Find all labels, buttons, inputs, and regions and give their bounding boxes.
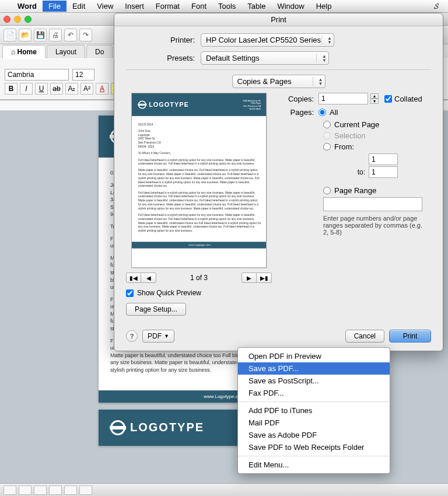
radio-current-page[interactable]: Current Page (323, 120, 431, 129)
print-button[interactable]: Print (389, 330, 431, 343)
save-icon[interactable]: 💾 (34, 29, 47, 41)
pdf-dropdown-menu: Open PDF in PreviewSave as PDF...Save as… (237, 347, 390, 474)
radio-page-range[interactable]: Page Range (323, 186, 431, 195)
page-setup-button[interactable]: Page Setup... (126, 303, 186, 316)
printer-select[interactable]: HP Color LaserJet CP5520 Series▲▼ (201, 33, 334, 47)
pdf-menu-item[interactable]: Save as PDF... (238, 362, 390, 375)
pdf-menu-item[interactable]: Mail PDF (238, 417, 390, 429)
radio-all[interactable]: All (318, 108, 338, 117)
presets-select[interactable]: Default Settings▲▼ (201, 51, 329, 65)
view-outline-icon[interactable] (19, 485, 32, 495)
collated-checkbox[interactable]: Collated (384, 95, 422, 103)
statusbar (0, 483, 448, 496)
menu-tools[interactable]: Tools (212, 1, 242, 12)
pdf-dropdown-button[interactable]: PDF ▼ (142, 330, 174, 343)
show-preview-checkbox[interactable]: Show Quick Preview (126, 289, 272, 297)
view-notebook-icon[interactable] (64, 485, 77, 495)
menu-view[interactable]: View (91, 1, 119, 12)
presets-label: Presets: (126, 54, 201, 62)
view-focus-icon[interactable] (79, 485, 92, 495)
preview-thumbnail: LOGOTYPE1435 Awesome St.Fifth FloorSan F… (131, 93, 267, 268)
print-icon[interactable]: 🖨 (49, 29, 62, 41)
pdf-menu-item[interactable]: Save PDF to Web Receipts Folder (238, 441, 390, 453)
cancel-button[interactable]: Cancel (345, 330, 384, 343)
from-input[interactable] (369, 153, 398, 165)
section-select[interactable]: Copies & Pages▲▼ (232, 75, 326, 88)
radio-from[interactable]: From: (323, 142, 431, 151)
prev-page-button[interactable]: ◀ (141, 273, 156, 283)
menu-file[interactable]: File (43, 1, 66, 12)
menu-font[interactable]: Font (186, 1, 212, 12)
font-color-button[interactable]: A (96, 83, 108, 95)
ribbon-tab-layout[interactable]: Layout (47, 45, 85, 58)
preview-pane: LOGOTYPE1435 Awesome St.Fifth FloorSan F… (126, 93, 272, 316)
copies-input[interactable] (318, 93, 368, 104)
copies-stepper[interactable]: ▲▼ (370, 93, 379, 104)
view-print-icon[interactable] (34, 485, 47, 495)
page-range-input[interactable] (323, 197, 422, 211)
bold-button[interactable]: B (5, 83, 18, 95)
redo-icon[interactable]: ↷ (79, 29, 92, 41)
menu-table[interactable]: Table (242, 1, 271, 12)
minimize-icon[interactable] (14, 16, 21, 23)
pages-label: Pages: (284, 108, 318, 117)
pdf-menu-item[interactable]: Save as Adobe PDF (238, 429, 390, 441)
pdf-menu-item[interactable]: Save as PostScript... (238, 375, 390, 387)
printer-label: Printer: (126, 36, 201, 44)
strike-button[interactable]: ab (50, 83, 63, 95)
close-icon[interactable] (4, 16, 10, 23)
menu-insert[interactable]: Insert (119, 1, 150, 12)
italic-button[interactable]: I (20, 83, 33, 95)
superscript-button[interactable]: A² (80, 83, 93, 95)
menu-app[interactable]: Word (12, 1, 43, 12)
subscript-button[interactable]: A₂ (65, 83, 78, 95)
underline-button[interactable]: U (35, 83, 48, 95)
to-input[interactable] (369, 166, 398, 178)
pdf-menu-item[interactable]: Add PDF to iTunes (238, 404, 390, 417)
menu-window[interactable]: Window (271, 1, 310, 12)
chevron-down-icon: ▼ (164, 333, 169, 339)
zoom-icon[interactable] (24, 16, 32, 23)
menu-help[interactable]: Help (310, 1, 338, 12)
undo-icon[interactable]: ↶ (64, 29, 77, 41)
ribbon-tab-do[interactable]: Do (86, 45, 113, 58)
copies-label: Copies: (284, 95, 318, 103)
view-publishing-icon[interactable] (49, 485, 62, 495)
next-page-button[interactable]: ▶ (242, 273, 257, 283)
page-indicator: 1 of 3 (190, 274, 208, 282)
view-normal-icon[interactable] (4, 485, 16, 495)
ribbon-tab-home[interactable]: ⌂ Home (2, 45, 46, 58)
radio-selection: Selection (323, 131, 431, 140)
help-button[interactable]: ? (126, 330, 138, 342)
last-page-button[interactable]: ▶▮ (257, 273, 272, 283)
menu-edit[interactable]: Edit (66, 1, 91, 12)
font-name-select[interactable]: Cambria (5, 69, 69, 81)
pdf-menu-item[interactable]: Fax PDF... (238, 387, 390, 399)
dialog-title: Print (114, 13, 443, 26)
open-icon[interactable]: 📂 (19, 29, 32, 41)
first-page-button[interactable]: ▮◀ (126, 273, 141, 283)
new-doc-icon[interactable]: 📄 (4, 29, 16, 41)
menu-format[interactable]: Format (150, 1, 186, 12)
menubar: Word FileEditViewInsertFormatFontToolsTa… (0, 0, 448, 13)
page-range-hint: Enter page numbers and/or page ranges se… (323, 215, 428, 236)
pdf-menu-item[interactable]: Edit Menu... (238, 459, 390, 471)
to-label: to: (342, 168, 365, 176)
font-size-select[interactable]: 12 (72, 69, 94, 81)
print-dialog: Print Printer: HP Color LaserJet CP5520 … (114, 13, 443, 351)
script-menu-icon[interactable]: 𝓢 (429, 2, 443, 11)
pdf-menu-item[interactable]: Open PDF in Preview (238, 350, 390, 362)
